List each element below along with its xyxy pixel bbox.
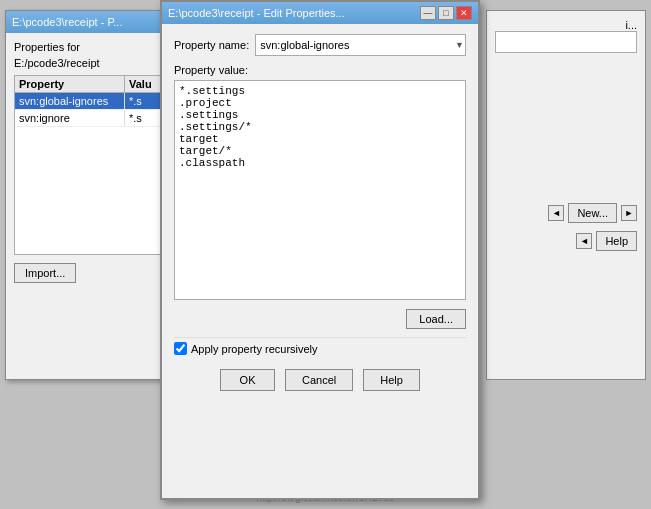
right-panel: i... ◄ New... ► ◄ Help: [486, 10, 646, 380]
main-edit-dialog: E:\pcode3\receipt - Edit Properties... —…: [160, 0, 480, 500]
property-name-row: Property name: svn:global-ignores svn:ig…: [174, 34, 466, 56]
property-value-textarea[interactable]: [174, 80, 466, 300]
right-panel-content: i... ◄ New... ► ◄ Help: [487, 11, 645, 259]
cancel-button[interactable]: Cancel: [285, 369, 353, 391]
ok-button[interactable]: OK: [220, 369, 275, 391]
right-panel-input[interactable]: [495, 31, 637, 53]
cell-property-0: svn:global-ignores: [15, 93, 125, 109]
load-row: Load...: [174, 309, 466, 329]
dialog-button-row: OK Cancel Help: [174, 369, 466, 391]
i-dots-label: i...: [495, 19, 637, 31]
dialog-controls: — □ ✕: [420, 6, 472, 20]
right-input-row: [495, 31, 637, 53]
apply-recursive-label[interactable]: Apply property recursively: [191, 343, 318, 355]
help-button[interactable]: Help: [363, 369, 420, 391]
property-name-select[interactable]: svn:global-ignores svn:ignore svn:extern…: [255, 34, 466, 56]
import-button[interactable]: Import...: [14, 263, 76, 283]
th-property: Property: [15, 76, 125, 92]
property-name-wrapper: svn:global-ignores svn:ignore svn:extern…: [255, 34, 466, 56]
property-name-label: Property name:: [174, 39, 249, 51]
new-button[interactable]: New...: [568, 203, 617, 223]
property-value-label: Property value:: [174, 64, 466, 76]
dialog-title: E:\pcode3\receipt - Edit Properties...: [168, 7, 345, 19]
arrow-left-btn2[interactable]: ◄: [576, 233, 592, 249]
dialog-titlebar: E:\pcode3\receipt - Edit Properties... —…: [162, 2, 478, 24]
bg-window-title: E:\pcode3\receipt - P...: [12, 16, 122, 28]
dialog-minimize-btn[interactable]: —: [420, 6, 436, 20]
right-btn-row: ◄ New... ►: [495, 203, 637, 223]
arrow-right-btn[interactable]: ►: [621, 205, 637, 221]
apply-recursive-checkbox[interactable]: [174, 342, 187, 355]
checkbox-row: Apply property recursively: [174, 337, 466, 359]
load-button[interactable]: Load...: [406, 309, 466, 329]
arrow-left-btn[interactable]: ◄: [548, 205, 564, 221]
cell-property-1: svn:ignore: [15, 110, 125, 126]
dialog-content: Property name: svn:global-ignores svn:ig…: [162, 24, 478, 401]
right-help-button[interactable]: Help: [596, 231, 637, 251]
textarea-wrapper: [174, 80, 466, 303]
dialog-close-btn[interactable]: ✕: [456, 6, 472, 20]
help-btn-row: ◄ Help: [495, 231, 637, 251]
dialog-maximize-btn[interactable]: □: [438, 6, 454, 20]
